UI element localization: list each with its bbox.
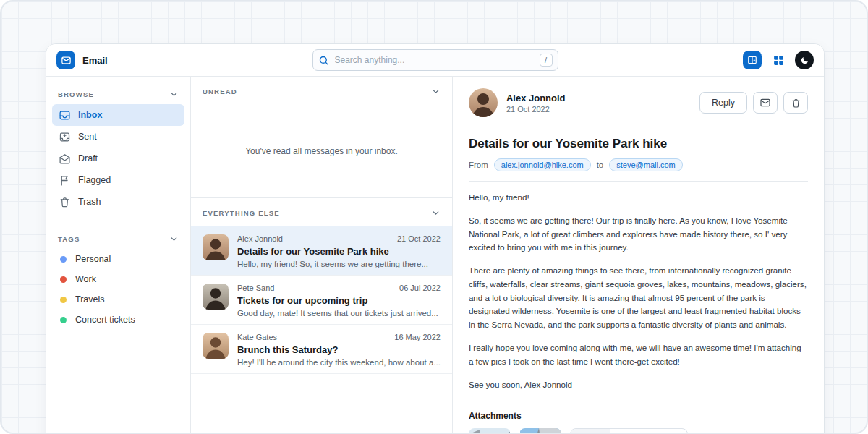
trash-icon [59,196,71,208]
body-paragraph: Hello, my friend! [469,191,808,205]
email-app-window: Email / [46,43,825,434]
body-signoff: See you soon, Alex Jonnold [469,378,808,392]
attachment-file-card[interactable]: videos-hike.zip 100 MB [570,428,688,434]
unread-section-header[interactable]: Unread [191,77,452,105]
search-shortcut-key: / [540,54,553,67]
tag-label: Work [75,274,96,284]
draft-icon [59,153,71,165]
tag-item-work[interactable]: Work [52,269,184,289]
tags-list: Personal Work Travels Concert tickets [52,249,184,330]
tags-section-header[interactable]: Tags [52,229,184,249]
reader-mode-button[interactable] [743,51,762,69]
chevron-down-icon [431,208,441,218]
email-body: Hello, my friend! So, it seems we are ge… [469,191,808,391]
email-sender: Kate Gates [237,333,277,341]
moon-icon [800,56,809,65]
email-preview: Good day, mate! It seems that our ticket… [237,309,441,318]
sidebar-item-draft[interactable]: Draft [52,148,184,169]
sidebar-item-label: Sent [78,132,97,142]
sidebar-item-trash[interactable]: Trash [52,191,184,213]
tags-label: Tags [58,235,80,243]
trash-icon [791,98,801,109]
to-label: to [597,161,604,169]
sidebar-item-inbox[interactable]: Inbox [52,104,184,126]
tag-color-dot [60,256,67,263]
mail-logo-icon[interactable] [56,51,75,69]
main-content: Browse Inbox Sent Draft [46,77,824,434]
folder-nav: Inbox Sent Draft Flagged [52,104,184,213]
page-background: Email / [0,0,868,434]
email-summary: Pete Sand 06 Jul 2022 Tickets for our up… [237,284,441,318]
tag-item-travels[interactable]: Travels [52,289,184,310]
email-preview: Hello, my friend! So, it seems we are ge… [237,260,441,268]
email-detail-pane: Alex Jonnold 21 Oct 2022 Reply De [453,77,824,434]
avatar [203,234,229,260]
email-sender: Alex Jonnold [237,234,283,243]
tag-item-personal[interactable]: Personal [52,249,184,269]
attachment-file-meta: videos-hike.zip 100 MB [610,429,687,434]
app-title: Email [82,55,108,66]
sidebar: Browse Inbox Sent Draft [46,77,191,434]
dark-mode-toggle[interactable] [795,51,814,69]
tag-color-dot [60,297,67,303]
browse-section-header[interactable]: Browse [52,84,184,104]
everything-else-section-header[interactable]: Everything else [191,197,452,226]
email-list-item[interactable]: Alex Jonnold 21 Oct 2022 Details for our… [191,226,452,276]
sidebar-item-label: Flagged [78,175,111,185]
search-icon [318,55,329,66]
message-list: Unread You've read all messages in your … [191,77,453,434]
avatar [203,333,229,359]
sidebar-item-flagged[interactable]: Flagged [52,169,184,191]
attachment-photo-cliff[interactable] [519,428,561,434]
chevron-down-icon [169,90,179,99]
sender-info: Alex Jonnold 21 Oct 2022 [506,93,566,114]
to-email-chip[interactable]: steve@mail.com [609,158,682,171]
attachments-row: videos-hike.zip 100 MB [469,428,808,434]
unread-label: Unread [203,88,237,95]
search-bar[interactable]: / [312,49,558,71]
detail-sender-name: Alex Jonnold [506,93,566,103]
apps-button[interactable] [769,51,788,69]
forward-mail-button[interactable] [753,92,778,114]
tag-label: Concert tickets [75,315,135,325]
from-label: From [469,161,488,169]
detail-actions: Reply [699,92,808,114]
flag-icon [59,174,71,187]
email-date: 16 May 2022 [394,333,441,341]
tag-item-concert-tickets[interactable]: Concert tickets [52,310,184,330]
inbox-icon [59,109,71,122]
reader-icon [747,55,757,65]
attachment-photo-valley[interactable] [469,428,511,434]
header-actions [743,51,814,69]
email-list-item[interactable]: Kate Gates 16 May 2022 Brunch this Satur… [191,325,452,374]
attachments-label: Attachments [469,411,808,421]
everything-else-label: Everything else [203,209,280,217]
tag-label: Personal [75,254,111,264]
body-paragraph: There are plenty of amazing things to se… [469,264,808,332]
email-list-item[interactable]: Pete Sand 06 Jul 2022 Tickets for our up… [191,276,452,325]
email-preview: Hey! I'll be around the city this weeken… [237,358,441,367]
unread-empty-state: You've read all messages in your inbox. [191,105,452,197]
search-input[interactable] [335,55,534,65]
avatar [469,88,498,117]
body-paragraph: I really hope you love coming along with… [469,341,808,369]
divider [469,181,808,182]
detail-date: 21 Oct 2022 [506,105,566,114]
folder-icon [571,429,610,434]
sidebar-item-sent[interactable]: Sent [52,126,184,148]
delete-button[interactable] [783,92,808,114]
apps-grid-icon [773,54,785,67]
tag-color-dot [60,276,67,283]
brand: Email [56,51,108,69]
browse-label: Browse [58,90,94,98]
sidebar-item-label: Trash [78,197,101,207]
email-summary: Kate Gates 16 May 2022 Brunch this Satur… [237,333,441,367]
envelope-icon [61,55,72,66]
email-title: Brunch this Saturday? [237,344,441,355]
reply-button[interactable]: Reply [699,92,747,114]
tag-label: Travels [75,294,105,305]
from-email-chip[interactable]: alex.jonnold@hike.com [494,158,591,171]
detail-header: Alex Jonnold 21 Oct 2022 Reply [469,88,808,117]
email-date: 21 Oct 2022 [397,234,441,243]
body-paragraph: So, it seems we are getting there! Our t… [469,214,808,255]
